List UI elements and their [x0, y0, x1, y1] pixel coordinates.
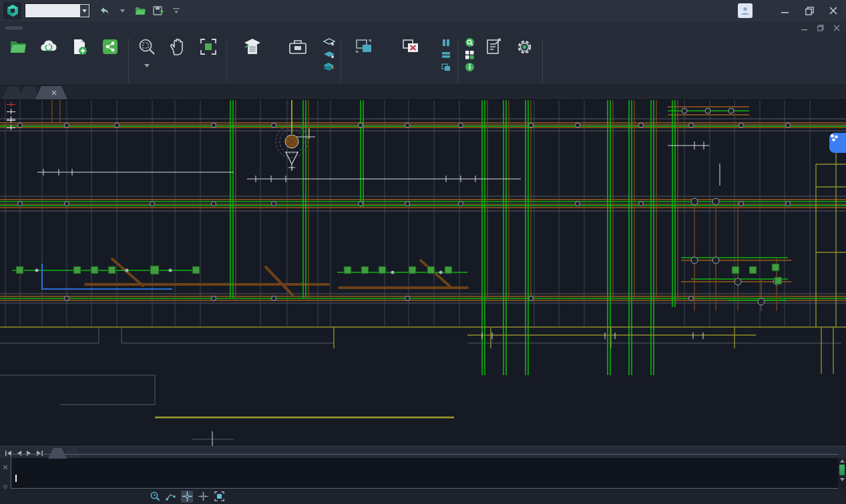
mdi-close-button[interactable] [833, 24, 841, 32]
cloud-collab-button[interactable] [829, 133, 846, 153]
command-history[interactable] [11, 454, 838, 489]
viewport-icon[interactable] [213, 491, 225, 503]
ribbon-tab-bar [0, 21, 846, 35]
new-features-icon[interactable] [463, 50, 475, 60]
user-avatar[interactable] [738, 3, 753, 18]
layer-manager-icon [242, 36, 262, 57]
command-line-old [15, 455, 834, 464]
ribbon-group-help [458, 35, 542, 85]
cloud-sync-icon [39, 36, 59, 57]
undo-chevron-icon[interactable] [116, 5, 128, 17]
pan-button[interactable] [164, 36, 192, 57]
window-close-all-icon [401, 36, 421, 57]
group-label-layer [231, 75, 337, 85]
pan-hand-icon [169, 36, 186, 57]
close-command-icon[interactable] [3, 461, 8, 473]
ribbon-group-window [341, 35, 457, 85]
command-panel-gutter [0, 458, 11, 489]
zoom-button[interactable] [133, 36, 161, 70]
cad-drawing [0, 100, 846, 446]
check-update-icon[interactable] [463, 37, 475, 47]
share-icon [101, 36, 119, 57]
layer-manager-button[interactable] [231, 36, 274, 57]
tab-model[interactable] [48, 448, 67, 459]
zoom-icon [138, 36, 156, 57]
chevron-down-icon[interactable] [80, 5, 89, 17]
cad-drawing-canvas[interactable] [0, 100, 846, 446]
document-tab-bar [0, 85, 846, 100]
customer-service-icon [485, 36, 502, 57]
pd-riser-label [0, 100, 3, 106]
cloud-button[interactable] [35, 36, 63, 57]
zoom-dropdown-icon[interactable] [144, 58, 150, 70]
fullscreen-icon [200, 36, 217, 57]
about-info-icon[interactable] [463, 62, 475, 72]
minimize-button[interactable] [777, 3, 794, 18]
share-button[interactable] [96, 36, 124, 57]
scroll-down-icon[interactable] [840, 477, 845, 482]
undo-button[interactable] [98, 5, 110, 17]
title-bar [0, 0, 846, 21]
quickbar-options-icon[interactable] [170, 5, 182, 17]
mdi-window-controls [801, 24, 841, 32]
layer-on-icon[interactable] [323, 37, 335, 47]
app-logo-icon [3, 2, 21, 19]
settings-gear-icon [515, 36, 534, 57]
window-switch-button[interactable] [345, 36, 383, 57]
save-button[interactable] [152, 5, 164, 17]
settings-button[interactable] [510, 36, 538, 57]
tab-common[interactable] [5, 27, 23, 29]
close-tab-icon[interactable] [51, 90, 57, 95]
text-cursor [15, 475, 17, 482]
tile-vertical-icon[interactable] [440, 37, 452, 47]
close-button[interactable] [825, 3, 842, 18]
ribbon-group-file [0, 35, 128, 85]
zoom-realtime-icon[interactable] [149, 491, 161, 503]
window-switch-icon [354, 36, 374, 57]
polyline-icon[interactable] [165, 491, 177, 503]
layer-toolbar-button[interactable] [276, 36, 319, 57]
open-file-quick-button[interactable] [134, 5, 146, 17]
open-folder-icon [9, 36, 27, 57]
group-label-window [345, 75, 453, 85]
ribbon-toolbar [0, 35, 846, 85]
layer-current-icon[interactable] [323, 62, 335, 72]
cascade-windows-icon[interactable] [440, 62, 452, 72]
mdi-minimize-button[interactable] [801, 24, 809, 32]
group-label-file [4, 75, 124, 85]
ribbon-group-layer [227, 35, 341, 85]
window-close-all-button[interactable] [385, 36, 436, 57]
tile-horizontal-icon[interactable] [440, 50, 452, 60]
group-label-help [462, 75, 538, 85]
restore-button[interactable] [801, 3, 818, 18]
command-scrollbar[interactable] [838, 458, 846, 489]
fullscreen-button[interactable] [194, 36, 222, 57]
customer-service-button[interactable] [479, 36, 507, 57]
command-line-prev [15, 464, 834, 473]
scrollbar-thumb[interactable] [839, 465, 845, 475]
sheet-title-underline [155, 417, 454, 419]
open-button[interactable] [4, 36, 32, 57]
layer-toolbar-icon [288, 36, 308, 57]
crosshair-icon[interactable] [181, 491, 193, 503]
ribbon-group-view [129, 35, 226, 85]
tab-extended-tools[interactable] [28, 27, 44, 29]
scroll-up-icon[interactable] [840, 458, 845, 463]
command-input-line[interactable] [15, 473, 834, 483]
command-panel [0, 458, 846, 489]
doc-tab-502-pit-dwg[interactable] [35, 86, 67, 99]
new-document-icon [71, 36, 88, 57]
group-label-view [133, 75, 222, 85]
layer-freeze-icon[interactable] [323, 50, 335, 60]
snap-track-icon[interactable] [197, 491, 209, 503]
new-button[interactable] [65, 36, 93, 57]
edit-mode-select[interactable] [25, 3, 90, 18]
status-bar [0, 489, 846, 504]
mdi-restore-button[interactable] [817, 24, 825, 32]
